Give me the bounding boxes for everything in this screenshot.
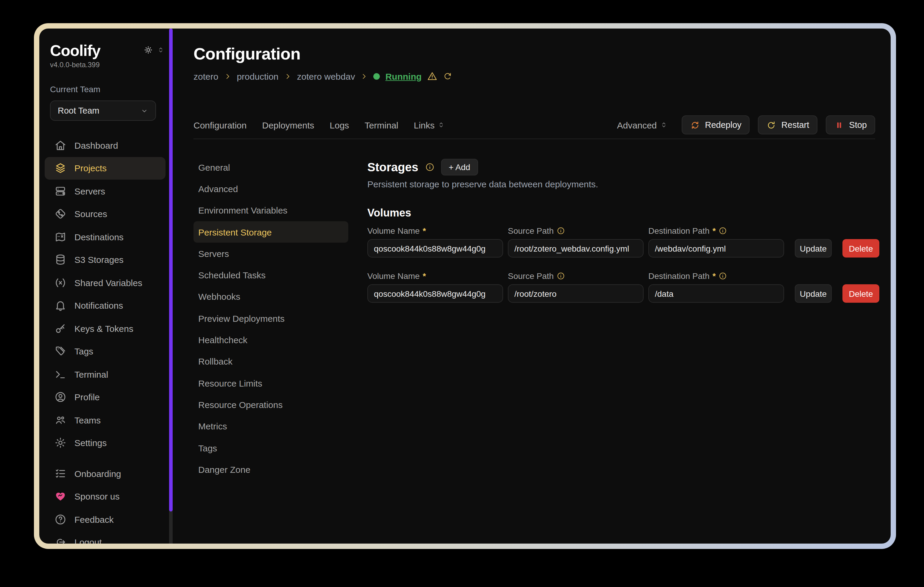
sidebar-item-logout[interactable]: Logout bbox=[45, 531, 165, 544]
source-path-label: Source Path bbox=[508, 271, 554, 281]
subnav-item-tags[interactable]: Tags bbox=[193, 437, 348, 459]
sidebar-item-label: Sources bbox=[74, 209, 107, 219]
sidebar-item-label: Destinations bbox=[74, 232, 124, 242]
subnav-item-webhooks[interactable]: Webhooks bbox=[193, 286, 348, 308]
current-team-label: Current Team bbox=[50, 84, 164, 95]
sidebar-item-label: Projects bbox=[74, 163, 107, 173]
restart-button[interactable]: Restart bbox=[758, 115, 818, 135]
sidebar-item-sources[interactable]: Sources bbox=[45, 202, 165, 225]
refresh-status-icon[interactable] bbox=[443, 71, 452, 81]
required-asterisk: * bbox=[712, 271, 716, 281]
update-volume-button[interactable]: Update bbox=[795, 284, 832, 303]
tab-logs[interactable]: Logs bbox=[330, 120, 349, 130]
volume-row: Volume Name*Source PathDestination Path*… bbox=[367, 271, 875, 303]
subnav-item-danger-zone[interactable]: Danger Zone bbox=[193, 459, 348, 480]
sidebar-item-dashboard[interactable]: Dashboard bbox=[45, 134, 165, 157]
storage-description: Persistent storage to preserve data betw… bbox=[367, 179, 875, 189]
sources-icon bbox=[54, 208, 67, 220]
subnav-item-general[interactable]: General bbox=[193, 156, 348, 178]
subnav-item-advanced[interactable]: Advanced bbox=[193, 178, 348, 200]
sidebar: Coolify v4.0.0-beta.399 Current Team Roo… bbox=[39, 28, 173, 544]
info-icon[interactable] bbox=[719, 272, 727, 280]
resource-actions: Advanced Redeploy Restart bbox=[617, 115, 875, 135]
restart-icon bbox=[767, 120, 777, 130]
sidebar-item-keys-tokens[interactable]: Keys & Tokens bbox=[45, 317, 165, 340]
sidebar-scrollbar-thumb[interactable] bbox=[169, 28, 173, 512]
feedback-icon bbox=[54, 513, 67, 526]
tab-configuration[interactable]: Configuration bbox=[193, 120, 246, 130]
sidebar-item-projects[interactable]: Projects bbox=[45, 157, 165, 179]
subnav-item-environment-variables[interactable]: Environment Variables bbox=[193, 199, 348, 221]
sidebar-item-onboarding[interactable]: Onboarding bbox=[45, 462, 165, 485]
subnav-item-resource-operations[interactable]: Resource Operations bbox=[193, 394, 348, 416]
info-icon[interactable] bbox=[425, 162, 434, 172]
subnav-item-servers[interactable]: Servers bbox=[193, 243, 348, 264]
required-asterisk: * bbox=[712, 226, 716, 235]
breadcrumb-item[interactable]: zotero webdav bbox=[297, 71, 355, 81]
s3-icon bbox=[54, 254, 67, 266]
sidebar-item-label: Onboarding bbox=[74, 469, 121, 479]
subnav-item-rollback[interactable]: Rollback bbox=[193, 350, 348, 372]
info-icon[interactable] bbox=[557, 272, 565, 280]
destination-path-input[interactable] bbox=[648, 239, 784, 258]
sidebar-item-destinations[interactable]: Destinations bbox=[45, 225, 165, 248]
app-version: v4.0.0-beta.399 bbox=[50, 61, 164, 70]
team-select[interactable]: Root Team bbox=[50, 100, 156, 121]
volume-name-input[interactable] bbox=[367, 239, 503, 258]
sidebar-scrollbar-track[interactable] bbox=[169, 28, 173, 544]
sidebar-item-profile[interactable]: Profile bbox=[45, 386, 165, 409]
sidebar-item-tags[interactable]: Tags bbox=[45, 340, 165, 363]
status-running-link[interactable]: Running bbox=[386, 71, 422, 81]
status-dot bbox=[374, 73, 380, 79]
source-path-input[interactable] bbox=[508, 284, 644, 303]
info-icon[interactable] bbox=[557, 227, 565, 235]
sidebar-item-notifications[interactable]: Notifications bbox=[45, 294, 165, 317]
subnav-item-metrics[interactable]: Metrics bbox=[193, 415, 348, 437]
main-content: Configuration zoteroproductionzotero web… bbox=[173, 28, 891, 544]
sidebar-item-shared-variables[interactable]: Shared Variables bbox=[45, 271, 165, 294]
tabs: ConfigurationDeploymentsLogsTerminalLink… bbox=[193, 120, 445, 130]
sidebar-item-terminal[interactable]: Terminal bbox=[45, 363, 165, 386]
subnav-item-scheduled-tasks[interactable]: Scheduled Tasks bbox=[193, 264, 348, 286]
sidebar-item-sponsor-us[interactable]: Sponsor us bbox=[45, 485, 165, 508]
sidebar-item-servers[interactable]: Servers bbox=[45, 179, 165, 202]
sidebar-item-teams[interactable]: Teams bbox=[45, 409, 165, 431]
breadcrumb-item[interactable]: production bbox=[237, 71, 278, 81]
subnav-item-healthcheck[interactable]: Healthcheck bbox=[193, 329, 348, 351]
delete-volume-button[interactable]: Delete bbox=[842, 284, 879, 303]
volume-name-input[interactable] bbox=[367, 284, 503, 303]
sidebar-nav: DashboardProjectsServersSourcesDestinati… bbox=[39, 134, 173, 544]
destination-path-input[interactable] bbox=[648, 284, 784, 303]
sidebar-item-label: Settings bbox=[74, 438, 107, 448]
sidebar-item-label: Profile bbox=[74, 392, 100, 402]
theme-toggle[interactable] bbox=[144, 45, 164, 55]
page-title: Configuration bbox=[193, 45, 875, 63]
destination-path-label: Destination Path bbox=[648, 226, 710, 235]
subnav-item-resource-limits[interactable]: Resource Limits bbox=[193, 372, 348, 394]
source-path-label: Source Path bbox=[508, 226, 554, 235]
source-path-input[interactable] bbox=[508, 239, 644, 258]
app-window: Coolify v4.0.0-beta.399 Current Team Roo… bbox=[34, 23, 896, 549]
tab-terminal[interactable]: Terminal bbox=[365, 120, 398, 130]
tab-links[interactable]: Links bbox=[414, 120, 445, 130]
subnav-item-persistent-storage[interactable]: Persistent Storage bbox=[193, 221, 348, 243]
settings-icon bbox=[54, 437, 67, 449]
update-volume-button[interactable]: Update bbox=[795, 239, 832, 258]
breadcrumb-item[interactable]: zotero bbox=[193, 71, 218, 81]
sidebar-item-settings[interactable]: Settings bbox=[45, 431, 165, 454]
redeploy-button[interactable]: Redeploy bbox=[682, 115, 750, 135]
subnav-item-preview-deployments[interactable]: Preview Deployments bbox=[193, 307, 348, 329]
sidebar-item-feedback[interactable]: Feedback bbox=[45, 508, 165, 531]
stop-button[interactable]: Stop bbox=[826, 115, 875, 135]
delete-volume-button[interactable]: Delete bbox=[842, 239, 879, 258]
info-icon[interactable] bbox=[719, 227, 727, 235]
tab-deployments[interactable]: Deployments bbox=[262, 120, 314, 130]
sidebar-item-s3-storages[interactable]: S3 Storages bbox=[45, 248, 165, 271]
add-storage-button[interactable]: + Add bbox=[441, 159, 478, 176]
storage-section: Storages + Add Persistent storage to pre… bbox=[367, 156, 875, 303]
sidebar-item-label: Sponsor us bbox=[74, 492, 120, 501]
sidebar-item-label: Teams bbox=[74, 415, 101, 425]
advanced-menu[interactable]: Advanced bbox=[617, 120, 667, 130]
sidebar-item-label: Tags bbox=[74, 347, 93, 357]
home-icon bbox=[54, 139, 67, 152]
